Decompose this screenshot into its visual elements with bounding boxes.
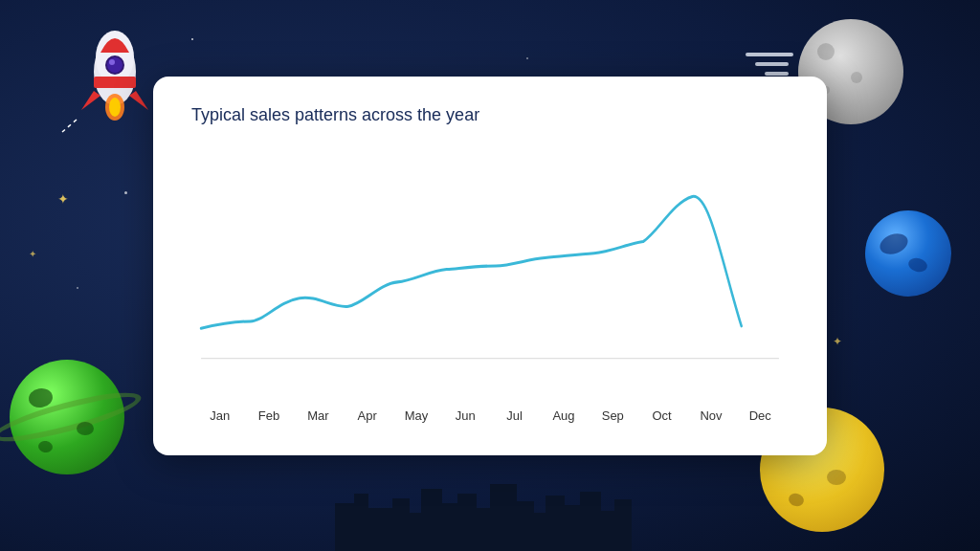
month-jun: Jun	[441, 408, 490, 423]
month-jul: Jul	[490, 408, 539, 423]
month-oct: Oct	[637, 408, 686, 423]
month-sep: Sep	[589, 408, 637, 423]
svg-rect-23	[580, 492, 601, 551]
svg-point-7	[109, 98, 121, 117]
star-plus: ✦	[29, 249, 36, 259]
planet-green	[10, 360, 124, 474]
svg-rect-16	[457, 494, 477, 551]
svg-point-4	[107, 57, 122, 73]
svg-rect-12	[392, 498, 410, 551]
month-may: May	[391, 408, 440, 423]
planet-blue	[865, 210, 951, 297]
svg-line-8	[62, 120, 77, 132]
month-apr: Apr	[343, 408, 391, 423]
star-plus: ✦	[833, 335, 842, 348]
chart-card: Typical sales patterns across the year J…	[153, 77, 827, 455]
city-silhouette	[0, 474, 980, 551]
svg-rect-10	[354, 494, 368, 551]
month-mar: Mar	[294, 408, 343, 423]
star	[526, 57, 528, 59]
svg-rect-21	[546, 496, 565, 551]
svg-rect-13	[410, 513, 421, 551]
svg-rect-24	[601, 511, 614, 551]
svg-rect-17	[477, 508, 490, 551]
star	[191, 38, 193, 40]
svg-rect-2	[94, 77, 136, 88]
month-nov: Nov	[686, 408, 735, 423]
svg-rect-18	[490, 484, 517, 551]
month-aug: Aug	[539, 408, 588, 423]
month-dec: Dec	[736, 408, 785, 423]
svg-rect-11	[368, 508, 392, 551]
star-plus: ✦	[57, 191, 69, 207]
svg-rect-22	[565, 505, 580, 551]
star	[77, 287, 78, 289]
svg-point-5	[109, 59, 115, 65]
svg-rect-19	[517, 501, 534, 551]
line-chart-svg	[191, 144, 789, 399]
svg-rect-14	[421, 489, 442, 551]
month-jan: Jan	[195, 408, 244, 423]
svg-rect-20	[534, 513, 546, 551]
star	[124, 191, 127, 194]
svg-rect-9	[335, 503, 354, 551]
chart-area: Jan Feb Mar Apr May Jun Jul Aug Sep Oct …	[191, 144, 789, 399]
svg-rect-25	[614, 499, 632, 551]
svg-rect-15	[442, 503, 457, 551]
chart-title: Typical sales patterns across the year	[191, 105, 789, 125]
month-labels: Jan Feb Mar Apr May Jun Jul Aug Sep Oct …	[191, 408, 789, 423]
month-feb: Feb	[244, 408, 293, 423]
